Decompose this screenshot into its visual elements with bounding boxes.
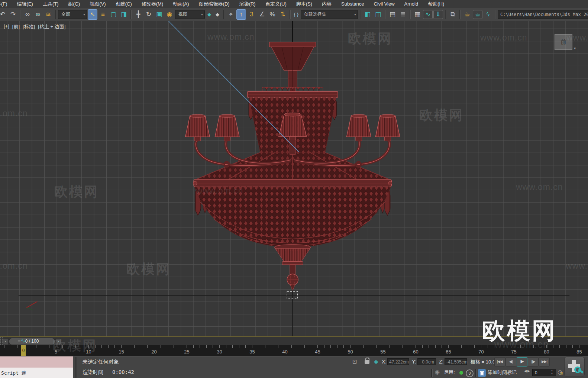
menu-item-11[interactable]: 脚本(S)	[291, 0, 317, 8]
ribbon-toggle-icon[interactable]: ▦	[413, 9, 422, 20]
timeline-ruler[interactable]: 0 0510152025303540455055606570758085	[0, 345, 588, 356]
redo-icon[interactable]: ↷	[8, 9, 18, 20]
y-coordinate-field[interactable]: 0.0cm	[417, 358, 436, 365]
viewport-menu-plus[interactable]: [+]	[4, 23, 9, 30]
menu-item-15[interactable]: Arnold	[400, 0, 423, 8]
menu-item-16[interactable]: 帮助(H)	[423, 0, 449, 8]
frame-spinner[interactable]: ▴ ▾	[551, 369, 553, 375]
snaps-toggle-3d-icon[interactable]: 3	[247, 9, 256, 20]
menu-item-9[interactable]: 渲染(R)	[235, 0, 261, 8]
curve-editor-icon[interactable]: ∿	[423, 10, 433, 19]
dope-sheet-icon[interactable]: ⇓	[433, 10, 443, 19]
snap-cross-icon[interactable]: ⌖	[226, 9, 236, 20]
add-time-tag-label[interactable]: 添加时间标记	[488, 369, 517, 376]
unlink-selection-icon[interactable]: ∞	[33, 9, 43, 20]
viewport-menu-shading[interactable]: [粘土 + 边面]	[38, 23, 65, 30]
menu-item-0[interactable]: 文件(F)	[0, 0, 12, 8]
menu-item-4[interactable]: 视图(V)	[85, 0, 110, 8]
select-and-scale-icon[interactable]: ▣	[154, 9, 164, 20]
menu-item-12[interactable]: 内容	[317, 0, 336, 8]
time-slider[interactable]: 0 / 100	[9, 338, 55, 345]
maxscript-mini-listener[interactable]: Script 迷	[0, 368, 73, 378]
select-and-move-icon[interactable]: ╋	[133, 9, 143, 20]
go-to-start-button[interactable]: |◀◀	[494, 357, 505, 366]
scene-explorer-icon[interactable]: ▤	[388, 9, 397, 20]
material-editor-icon[interactable]: ☕	[462, 9, 472, 20]
undo-icon[interactable]: ↶	[0, 9, 7, 20]
time-marker[interactable]: 0	[21, 345, 26, 356]
menu-item-13[interactable]: Substance	[336, 0, 369, 8]
select-and-place-icon[interactable]: ◉	[165, 9, 174, 20]
menu-item-14[interactable]: Civil View	[369, 0, 400, 8]
main-toolbar: ↶↷∞∞≋全部▾↖≡▢◨╋↻▣◉视图▾◆◆⌖↑3∠%⇅{ }创建选择集▾◧◫▤≣…	[0, 8, 588, 21]
selection-lock-icon[interactable]	[365, 360, 369, 364]
viewcube[interactable]: 前 ▾	[555, 34, 572, 50]
use-pivot-center-icon[interactable]: ◆	[206, 9, 213, 20]
time-configuration-icon[interactable]: ◷ ⚙	[558, 369, 562, 375]
selection-bracket	[287, 291, 297, 299]
maxscript-macro-recorder[interactable]	[0, 356, 73, 368]
menu-item-5[interactable]: 创建(C)	[111, 0, 137, 8]
transform-gizmo-icon[interactable]: ◈	[374, 358, 378, 365]
render-production-icon[interactable]: ϟ	[483, 9, 493, 20]
align-icon[interactable]: ◫	[373, 9, 383, 20]
selection-filter-dropdown-label: 全部	[61, 11, 81, 17]
project-folder-field[interactable]: C:\Users\Han\Documents\3ds Max 2022▾	[498, 10, 588, 19]
edit-named-selection-sets-icon[interactable]: { }	[293, 9, 300, 20]
viewport-menu-standard[interactable]: [标准]	[23, 23, 35, 30]
viewport-menu-view[interactable]: [前]	[12, 23, 20, 30]
previous-frame-button[interactable]: ‹	[3, 338, 9, 345]
menu-item-8[interactable]: 图形编辑器(D)	[194, 0, 235, 8]
reference-coordinate-dropdown[interactable]: 视图▾	[175, 10, 205, 19]
rectangular-selection-region-icon[interactable]: ▢	[109, 9, 118, 20]
lamp-shades	[185, 113, 400, 137]
upper-bead-band	[262, 87, 323, 92]
zero-weight-button[interactable]: 0	[466, 369, 474, 377]
bind-to-space-warp-icon[interactable]: ≋	[43, 9, 53, 20]
z-coordinate-field[interactable]: -41.505cm	[445, 358, 467, 365]
shield-icon[interactable]: ◉	[435, 369, 440, 375]
select-and-link-icon[interactable]: ∞	[23, 9, 32, 20]
percent-snap-icon[interactable]: %	[268, 9, 277, 20]
go-to-end-button[interactable]: ▶▶|	[539, 357, 550, 366]
named-selection-sets-dropdown[interactable]: 创建选择集▾	[301, 10, 358, 19]
x-coordinate-field[interactable]: 47.222cm	[387, 358, 409, 365]
next-key-button[interactable]: ||▶	[528, 357, 539, 366]
angle-snap-icon[interactable]: ∠	[257, 9, 267, 20]
select-object-icon[interactable]: ↖	[88, 9, 97, 20]
play-button[interactable]: ▶	[517, 357, 527, 366]
select-by-name-icon[interactable]: ≡	[98, 9, 108, 20]
schematic-view-icon[interactable]: ⧉	[448, 9, 458, 20]
menu-item-3[interactable]: 组(G)	[64, 0, 85, 8]
spinner-snap-icon[interactable]: ⇅	[278, 9, 288, 20]
next-frame-button[interactable]: ›	[55, 338, 61, 345]
mirror-icon[interactable]: ◧	[363, 9, 372, 20]
isolate-selection-icon[interactable]: ⊡	[352, 358, 357, 365]
mini-curve-editor-toggle[interactable]: ≡∿	[18, 337, 25, 344]
use-selection-center-icon[interactable]: ◆	[214, 9, 221, 20]
selection-filter-dropdown[interactable]: 全部▾	[58, 10, 87, 19]
ruler-label-65: 65	[446, 349, 451, 355]
previous-key-button[interactable]: ◀||	[505, 357, 516, 366]
ruler-label-85: 85	[576, 349, 582, 355]
spinner-down-icon[interactable]: ▾	[551, 372, 553, 375]
x-label: X:	[382, 359, 387, 365]
ceiling-canopy-plate	[269, 42, 316, 47]
menu-item-2[interactable]: 工具(T)	[38, 0, 64, 8]
window-crossing-icon[interactable]: ◨	[119, 9, 129, 20]
viewport-front[interactable]: [+] [前] [标准] [粘土 + 边面] 前 ▾	[0, 21, 588, 336]
render-setup-icon[interactable]: ☕	[473, 10, 482, 19]
frame-step-arrows[interactable]: ◀▶	[524, 369, 531, 373]
layer-explorer-icon[interactable]: ≣	[398, 9, 408, 20]
select-and-manipulate-icon[interactable]: ↑	[236, 9, 246, 20]
create-key-button[interactable]	[564, 356, 585, 377]
menu-item-6[interactable]: 修改器(M)	[137, 0, 168, 8]
menu-item-1[interactable]: 编辑(E)	[12, 0, 38, 8]
menu-item-7[interactable]: 动画(A)	[168, 0, 194, 8]
ruler-label-25: 25	[184, 349, 189, 355]
time-tag-cube-icon[interactable]: ▣	[478, 369, 486, 377]
viewcube-menu-arrow[interactable]: ▾	[574, 46, 576, 50]
ruler-label-15: 15	[119, 349, 124, 355]
select-and-rotate-icon[interactable]: ↻	[144, 9, 154, 20]
menu-item-10[interactable]: 自定义(U)	[261, 0, 291, 8]
